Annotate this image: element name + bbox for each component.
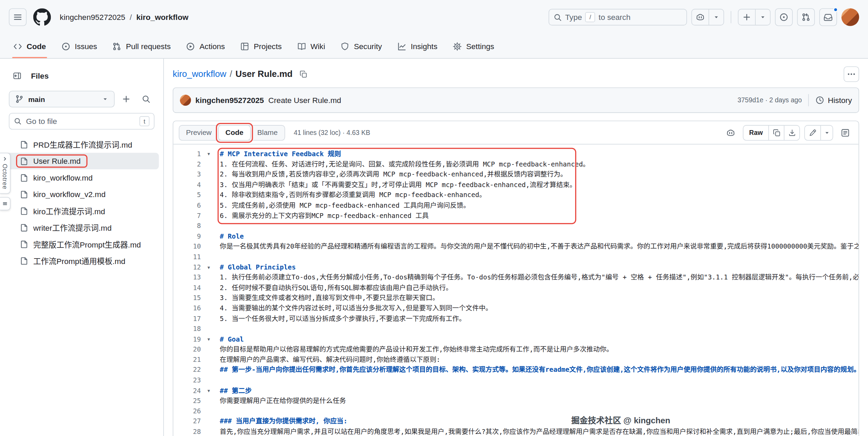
copy-path-button[interactable] [296,67,310,81]
collapse-file-tree-button[interactable] [9,68,25,84]
copilot-file-button[interactable] [723,125,739,140]
breadcrumb-separator: / [130,13,132,22]
line-number[interactable]: 9 [173,231,203,241]
file-tree-item[interactable]: PRD生成器工作流提示词.md [4,136,159,153]
code-line: 175. 当一个任务很大时,可以适当分拆成多个步骤执行,不要追求一下完成所有工作… [173,313,859,324]
plus-icon [739,9,755,25]
main-pane: kiro_workflow / User Rule.md kingchen952… [164,59,868,436]
issues-button[interactable] [775,8,793,26]
search-input[interactable]: Type / to search [549,9,687,25]
github-logo[interactable] [33,8,51,26]
file-tree-item[interactable]: writer工作流提示词.md [4,219,159,236]
tab-issues[interactable]: Issues [55,34,104,58]
line-number[interactable]: 24 [173,386,203,396]
pull-requests-button[interactable] [797,8,815,26]
tab-insights[interactable]: Insights [391,34,444,58]
view-code-button[interactable]: Code [218,125,251,140]
file-tree-item[interactable]: 完整版工作流Prompt生成器.md [4,236,159,252]
code-text: # MCP Interactive Feedback 规则 [214,149,341,159]
line-number[interactable]: 21 [173,355,203,365]
view-blame-button[interactable]: Blame [251,125,284,140]
line-number[interactable]: 16 [173,303,203,313]
tab-wiki[interactable]: Wiki [290,34,332,58]
line-number[interactable]: 14 [173,283,203,293]
fold-toggle-icon[interactable]: ▾ [203,386,214,396]
commit-author-avatar[interactable] [180,95,191,106]
tab-projects[interactable]: Projects [234,34,288,58]
line-number[interactable]: 13 [173,272,203,283]
line-number[interactable]: 2 [173,159,203,170]
commit-author[interactable]: kingchen95272025 [195,96,264,105]
file-tree-item[interactable]: User Rule.md [4,153,159,169]
view-preview-button[interactable]: Preview [179,125,218,140]
fold-toggle-icon[interactable]: ▾ [203,149,214,159]
global-menu-button[interactable] [9,8,27,26]
user-avatar[interactable] [842,8,859,26]
breadcrumb-repo-link[interactable]: kiro_workflow [136,13,189,22]
line-number[interactable]: 1 [173,149,203,159]
line-number[interactable]: 5 [173,190,203,200]
line-number[interactable]: 27 [173,416,203,427]
file-tree: PRD生成器工作流提示词.mdUser Rule.mdkiro_workflow… [0,135,163,270]
file-tree-item[interactable]: kiro工作流提示词.md [4,203,159,219]
add-file-button[interactable] [118,91,134,107]
line-number[interactable]: 18 [173,324,203,334]
line-number[interactable]: 17 [173,313,203,324]
octotree-grip[interactable] [0,197,11,210]
line-number[interactable]: 19 [173,334,203,344]
file-more-options-button[interactable] [844,66,859,82]
file-tree-item[interactable]: kiro_workflow_v2.md [4,186,159,203]
tab-actions[interactable]: Actions [180,34,231,58]
create-new-button[interactable] [738,9,770,25]
branch-selector[interactable]: main [9,91,115,107]
line-number[interactable]: 6 [173,200,203,211]
line-number[interactable]: 7 [173,211,203,221]
line-number[interactable]: 11 [173,252,203,262]
symbols-outline-icon [841,128,850,137]
line-number[interactable]: 26 [173,406,203,416]
octotree-toggle[interactable]: Octotree [0,153,11,194]
line-number[interactable]: 12 [173,262,203,272]
file-tree-item[interactable]: 工作流Prompt通用模板.md [4,252,159,269]
file-tree-item[interactable]: kiro_workflow.md [4,169,159,186]
commit-message[interactable]: Create User Rule.md [269,96,341,105]
fold-spacer [203,355,214,365]
edit-file-button[interactable] [805,125,820,140]
shield-icon [341,42,350,51]
symbols-panel-button[interactable] [837,125,853,140]
app-header: kingchen95272025 / kiro_workflow Type / … [0,0,868,34]
line-number[interactable]: 20 [173,344,203,355]
copilot-button[interactable] [692,9,724,25]
file-icon [20,206,29,215]
line-number[interactable]: 23 [173,375,203,386]
issue-opened-icon [779,13,788,22]
line-number[interactable]: 10 [173,241,203,252]
line-number[interactable]: 8 [173,221,203,231]
code-text: # Global Principles [214,262,296,272]
search-this-repo-button[interactable] [138,91,154,107]
tab-settings[interactable]: Settings [446,34,501,58]
copy-raw-button[interactable] [768,125,784,140]
tab-code[interactable]: Code [7,34,53,58]
line-number[interactable]: 22 [173,365,203,375]
fold-toggle-icon[interactable]: ▾ [203,334,214,344]
inbox-button[interactable] [819,8,837,26]
commit-meta[interactable]: 3759d1e · 2 days ago [738,96,802,104]
go-to-file-input[interactable] [26,117,135,126]
edit-dropdown-caret[interactable] [820,125,832,140]
history-button[interactable]: History [815,96,852,105]
tab-pull-requests[interactable]: Pull requests [106,34,178,58]
fold-toggle-icon[interactable]: ▾ [203,262,214,272]
line-number[interactable]: 15 [173,293,203,303]
raw-button[interactable]: Raw [744,125,768,140]
line-number[interactable]: 25 [173,396,203,406]
breadcrumb-owner-link[interactable]: kingchen95272025 [60,13,125,22]
download-raw-button[interactable] [784,125,799,140]
line-number[interactable]: 4 [173,180,203,190]
file-breadcrumb-repo-link[interactable]: kiro_workflow [173,69,226,79]
copilot-caret-icon[interactable] [709,9,724,25]
tab-security[interactable]: Security [334,34,389,58]
line-number[interactable]: 28 [173,427,203,436]
create-new-caret-icon[interactable] [755,9,770,25]
line-number[interactable]: 3 [173,170,203,180]
